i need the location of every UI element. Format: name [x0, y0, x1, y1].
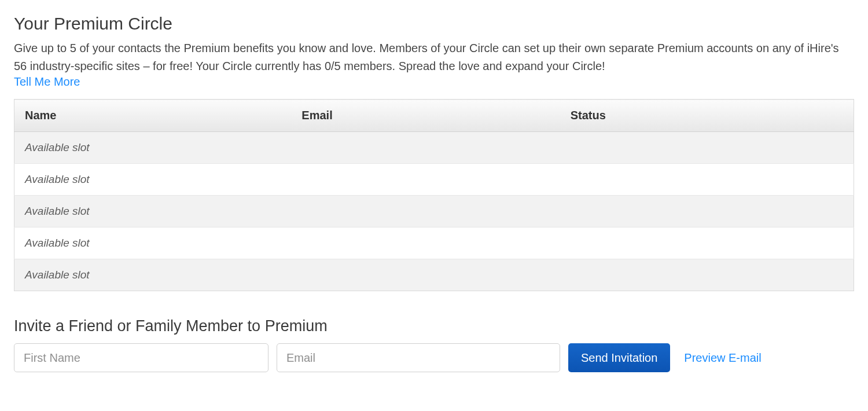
cell-email [291, 259, 560, 291]
first-name-input[interactable] [14, 343, 269, 372]
cell-name: Available slot [14, 196, 292, 227]
invite-heading: Invite a Friend or Family Member to Prem… [14, 317, 854, 335]
cell-status [560, 196, 854, 227]
cell-name: Available slot [14, 259, 292, 291]
cell-status [560, 227, 854, 259]
page-title: Your Premium Circle [14, 14, 854, 34]
preview-email-link[interactable]: Preview E-mail [684, 351, 761, 365]
invite-form: Send Invitation Preview E-mail [14, 343, 854, 372]
send-invitation-button[interactable]: Send Invitation [568, 343, 670, 372]
table-row: Available slot [14, 132, 854, 164]
col-header-name: Name [14, 100, 292, 132]
cell-name: Available slot [14, 132, 292, 164]
table-row: Available slot [14, 259, 854, 291]
page-description: Give up to 5 of your contacts the Premiu… [14, 39, 847, 75]
cell-name: Available slot [14, 227, 292, 259]
cell-email [291, 132, 560, 164]
cell-email [291, 196, 560, 227]
cell-status [560, 164, 854, 196]
cell-status [560, 132, 854, 164]
table-row: Available slot [14, 164, 854, 196]
col-header-email: Email [291, 100, 560, 132]
circle-table: Name Email Status Available slot Availab… [14, 99, 854, 291]
col-header-status: Status [560, 100, 854, 132]
table-row: Available slot [14, 196, 854, 227]
cell-email [291, 227, 560, 259]
cell-status [560, 259, 854, 291]
tell-me-more-link[interactable]: Tell Me More [14, 75, 80, 89]
description-text: Give up to 5 of your contacts the Premiu… [14, 42, 839, 72]
email-input[interactable] [277, 343, 560, 372]
cell-email [291, 164, 560, 196]
table-row: Available slot [14, 227, 854, 259]
cell-name: Available slot [14, 164, 292, 196]
